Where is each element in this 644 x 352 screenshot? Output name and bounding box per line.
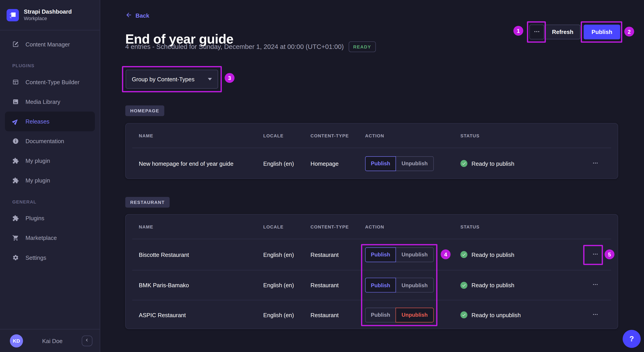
sidebar-nav: Content Manager PLUGINS Content-Type Bui…	[0, 30, 100, 268]
strapi-logo-icon	[6, 9, 19, 21]
group-by-value: Group by Content-Types	[132, 76, 194, 82]
group-by-select[interactable]: Group by Content-Types	[126, 70, 218, 88]
row-more-button[interactable]	[590, 158, 600, 169]
gear-icon	[12, 254, 19, 261]
sidebar-item-releases[interactable]: Releases	[5, 112, 95, 131]
chevron-down-icon	[208, 78, 212, 80]
table-row: New homepage for end of year guide Engli…	[126, 148, 618, 179]
column-header-content-type: CONTENT-TYPE	[310, 133, 365, 138]
sidebar-item-label: Marketplace	[26, 235, 57, 241]
sidebar-item-my-plugin-1[interactable]: My plugin	[0, 151, 100, 171]
entry-locale: English (en)	[263, 251, 310, 258]
entry-locale: English (en)	[263, 160, 310, 167]
table-header-row: NAME LOCALE CONTENT-TYPE ACTION STATUS	[126, 215, 618, 239]
row-more-button[interactable]	[590, 310, 600, 320]
user-name: Kai Doe	[23, 338, 82, 344]
back-link[interactable]: Back	[125, 11, 149, 20]
row-more-button[interactable]	[590, 249, 600, 260]
column-header-content-type: CONTENT-TYPE	[310, 224, 365, 229]
row-more-button[interactable]	[590, 280, 600, 291]
column-header-action: ACTION	[365, 133, 460, 138]
entry-name: BMK Paris-Bamako	[139, 282, 264, 288]
unpublish-option[interactable]: Unpublish	[396, 247, 434, 262]
help-button[interactable]: ?	[622, 330, 641, 348]
table-header-row: NAME LOCALE CONTENT-TYPE ACTION STATUS	[126, 124, 618, 148]
annotation-number-2: 2	[624, 26, 634, 36]
refresh-button[interactable]: Refresh	[545, 24, 580, 39]
main-content: Back End of year guide 4 entries - Sched…	[100, 0, 644, 352]
pen-icon	[12, 41, 19, 48]
table-row: Biscotte Restaurant English (en) Restaur…	[126, 239, 618, 270]
sidebar-item-documentation[interactable]: Documentation	[0, 131, 100, 151]
release-subtitle: 4 entries - Scheduled for Sunday, Decemb…	[125, 43, 344, 50]
sidebar-collapse-button[interactable]	[82, 336, 92, 346]
table-row: BMK Paris-Bamako English (en) Restaurant…	[126, 270, 618, 300]
sidebar-item-settings[interactable]: Settings	[0, 248, 100, 267]
sidebar-item-label: Media Library	[26, 99, 60, 105]
unpublish-option[interactable]: Unpublish	[396, 308, 434, 322]
sidebar-item-label: Plugins	[26, 215, 44, 221]
sidebar-item-plugins[interactable]: Plugins	[0, 208, 100, 228]
more-options-icon	[592, 251, 598, 258]
entry-status: Ready to publish	[460, 251, 590, 258]
entry-locale: English (en)	[263, 312, 310, 318]
avatar[interactable]: KD	[10, 334, 23, 347]
back-label: Back	[136, 12, 149, 19]
publish-option[interactable]: Publish	[365, 247, 396, 262]
release-more-options-button[interactable]	[530, 24, 544, 39]
entry-content-type: Restaurant	[310, 251, 365, 258]
entry-content-type: Restaurant	[310, 282, 365, 288]
app-name: Strapi Dashboard	[24, 8, 72, 15]
paper-plane-icon	[12, 118, 19, 125]
annotation-number-4: 4	[441, 249, 450, 259]
table-row: ASPIC Restaurant English (en) Restaurant…	[126, 300, 618, 329]
entry-action-toggle: Publish Unpublish	[365, 156, 460, 171]
annotation-number-3: 3	[225, 73, 234, 83]
sidebar-item-label: Content Manager	[26, 41, 70, 48]
sidebar-section-plugins: PLUGINS	[0, 54, 100, 72]
more-options-icon	[534, 28, 540, 36]
image-icon	[12, 99, 19, 105]
strapi-dashboard-screen: Strapi Dashboard Workplace Content Manag…	[0, 0, 644, 352]
entry-name: New homepage for end of year guide	[139, 160, 264, 167]
sidebar-item-content-type-builder[interactable]: Content-Type Builder	[0, 72, 100, 92]
column-header-name: NAME	[139, 224, 264, 229]
chevron-left-icon	[84, 338, 90, 344]
entry-action-toggle: Publish Unpublish	[365, 278, 460, 292]
homepage-table: NAME LOCALE CONTENT-TYPE ACTION STATUS N…	[125, 123, 618, 179]
sidebar-item-label: Settings	[26, 254, 46, 261]
entry-status: Ready to publish	[460, 160, 590, 167]
check-icon	[460, 311, 467, 318]
sidebar-item-my-plugin-2[interactable]: My plugin	[0, 171, 100, 190]
sidebar-item-label: Content-Type Builder	[26, 79, 80, 85]
restaurant-table: NAME LOCALE CONTENT-TYPE ACTION STATUS B…	[125, 214, 618, 329]
sidebar-footer: KD Kai Doe	[0, 329, 100, 352]
release-meta: 4 entries - Scheduled for Sunday, Decemb…	[125, 41, 376, 52]
sidebar-item-label: My plugin	[26, 158, 50, 164]
sidebar-item-content-manager[interactable]: Content Manager	[0, 34, 100, 54]
workspace-header[interactable]: Strapi Dashboard Workplace	[0, 0, 100, 30]
sidebar-item-media-library[interactable]: Media Library	[0, 92, 100, 111]
back-arrow-icon	[125, 11, 132, 20]
check-icon	[460, 251, 467, 258]
entry-name: ASPIC Restaurant	[139, 312, 264, 318]
status-badge: READY	[348, 41, 376, 52]
publish-option[interactable]: Publish	[365, 278, 396, 292]
unpublish-option[interactable]: Unpublish	[396, 156, 434, 171]
publish-release-button[interactable]: Publish	[584, 24, 620, 39]
publish-option[interactable]: Publish	[365, 308, 396, 322]
entry-action-toggle: Publish Unpublish	[365, 308, 460, 322]
cart-icon	[12, 235, 19, 241]
entry-locale: English (en)	[263, 282, 310, 288]
workspace-name: Workplace	[24, 16, 72, 22]
publish-option[interactable]: Publish	[365, 156, 396, 171]
puzzle-icon	[12, 215, 19, 221]
column-header-status: STATUS	[460, 224, 590, 229]
status-label: Ready to unpublish	[472, 312, 521, 318]
sidebar-item-label: Documentation	[26, 138, 64, 144]
sidebar-item-marketplace[interactable]: Marketplace	[0, 228, 100, 248]
entry-content-type: Homepage	[310, 160, 365, 167]
check-icon	[460, 282, 467, 289]
sidebar: Strapi Dashboard Workplace Content Manag…	[0, 0, 100, 352]
unpublish-option[interactable]: Unpublish	[396, 278, 434, 292]
